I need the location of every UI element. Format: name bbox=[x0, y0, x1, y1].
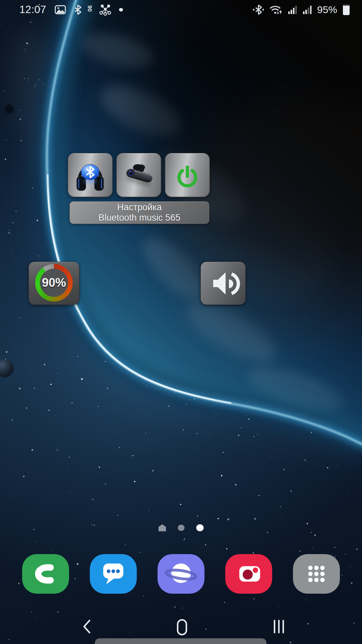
page-indicator-dot[interactable] bbox=[178, 525, 185, 531]
nav-recents-button[interactable] bbox=[272, 618, 286, 637]
status-bar: 12:07 90 bbox=[0, 0, 362, 19]
wallpaper-earth-space bbox=[0, 0, 362, 644]
status-left: 12:07 90 bbox=[19, 4, 123, 16]
bluetooth-battery-level: 90 bbox=[86, 5, 92, 12]
bluetooth-battery-icon: 90 bbox=[73, 4, 92, 16]
apps-grid-icon bbox=[293, 554, 340, 594]
recents-icon bbox=[272, 618, 286, 635]
home-icon bbox=[175, 618, 189, 637]
navigation-bar bbox=[0, 614, 362, 641]
back-icon bbox=[80, 618, 94, 635]
signal-sim1-icon bbox=[288, 5, 298, 15]
page-indicator bbox=[159, 524, 204, 531]
nav-home-button[interactable] bbox=[175, 618, 189, 638]
bluetooth-connected-icon bbox=[253, 4, 264, 15]
widget-label-line1: Настройка bbox=[117, 202, 162, 213]
headset-icon bbox=[120, 156, 158, 194]
camera-icon bbox=[225, 554, 272, 594]
asteroid-silhouette bbox=[5, 105, 14, 113]
battery-ring-hole: 90% bbox=[40, 269, 68, 297]
bottom-sheet-handle[interactable] bbox=[95, 638, 266, 644]
widget-label-line2: Bluetooth music 565 bbox=[99, 213, 181, 223]
phone-icon bbox=[22, 554, 69, 594]
page-indicator-home[interactable] bbox=[159, 524, 166, 531]
camera-flash-dot bbox=[253, 568, 258, 573]
dock bbox=[22, 554, 340, 594]
bluetooth-headphones-icon bbox=[71, 156, 109, 194]
volume-widget[interactable] bbox=[200, 262, 246, 305]
messages-icon bbox=[90, 554, 137, 594]
battery-icon bbox=[342, 3, 351, 16]
notification-overflow-dot bbox=[119, 8, 123, 12]
battery-ring: 90% bbox=[35, 264, 73, 302]
dock-phone-app[interactable] bbox=[22, 554, 69, 594]
internet-icon bbox=[158, 554, 204, 594]
headset-battery-widget[interactable]: 90% bbox=[28, 262, 79, 305]
power-button[interactable] bbox=[165, 153, 210, 197]
widget-label-plate: Настройка Bluetooth music 565 bbox=[69, 201, 209, 224]
dock-apps-drawer[interactable] bbox=[293, 554, 340, 594]
bluetooth-headphones-button[interactable] bbox=[68, 153, 113, 197]
headset-battery-percent: 90% bbox=[42, 276, 66, 290]
status-right: 95% bbox=[253, 3, 351, 16]
headset-button[interactable] bbox=[116, 153, 161, 197]
dock-camera-app[interactable] bbox=[225, 554, 272, 594]
nav-back-button[interactable] bbox=[80, 618, 94, 637]
wifi-icon bbox=[269, 4, 283, 15]
dock-messages-app[interactable] bbox=[90, 554, 137, 594]
android-home-screen: 12:07 90 bbox=[0, 0, 362, 644]
dock-internet-app[interactable] bbox=[158, 554, 204, 594]
signal-sim2-icon bbox=[302, 5, 312, 15]
molecule-icon bbox=[99, 4, 112, 16]
gallery-icon bbox=[55, 5, 66, 15]
power-icon bbox=[169, 156, 206, 194]
bluetooth-widget-button-row bbox=[68, 153, 210, 197]
speaker-icon bbox=[204, 265, 242, 302]
clock: 12:07 bbox=[19, 4, 46, 16]
page-indicator-dot-active[interactable] bbox=[196, 524, 204, 531]
battery-percent-text: 95% bbox=[317, 4, 337, 15]
